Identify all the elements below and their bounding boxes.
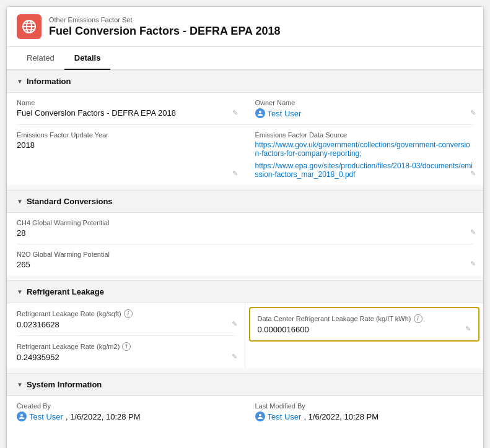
name-field: Name Fuel Conversion Factors - DEFRA EPA…: [7, 93, 245, 124]
update-year-value: 2018: [17, 140, 235, 150]
rate-m2-label: Refrigerant Leakage Rate (kg/m2) i: [17, 342, 235, 351]
rate-sqft-value: 0.02316628: [17, 320, 235, 329]
chevron-icon: ▼: [17, 288, 23, 295]
data-source-label: Emissions Factor Data Source: [255, 131, 474, 139]
created-by-date: , 1/6/2022, 10:28 PM: [66, 412, 141, 421]
name-label: Name: [17, 99, 235, 106]
globe-icon: [22, 19, 37, 34]
chevron-icon: ▼: [17, 381, 23, 388]
data-source-link1[interactable]: https://www.gov.uk/government/collection…: [255, 140, 474, 158]
chevron-icon: ▼: [17, 198, 23, 205]
created-by-link[interactable]: Test User: [29, 412, 63, 421]
page-header: Other Emissions Factor Set Fuel Conversi…: [7, 7, 483, 47]
rate-m2-field: Refrigerant Leakage Rate (kg/m2) i 0.249…: [7, 336, 245, 368]
rate-sqft-label: Refrigerant Leakage Rate (kg/sqft) i: [17, 309, 235, 318]
owner-value: Test User: [255, 108, 474, 118]
refrigerant-fields: Refrigerant Leakage Rate (kg/sqft) i 0.0…: [7, 303, 483, 368]
last-modified-link[interactable]: Test User: [268, 412, 302, 421]
owner-avatar: [255, 108, 265, 118]
ch4-label: CH4 Global Warming Potential: [17, 219, 473, 226]
information-fields: Name Fuel Conversion Factors - DEFRA EPA…: [7, 93, 483, 124]
name-edit-icon[interactable]: ✎: [232, 109, 238, 117]
update-year-field: Emissions Factor Update Year 2018 ✎: [7, 125, 245, 185]
rate-sqft-info-icon[interactable]: i: [124, 309, 133, 318]
created-by-value: Test User, 1/6/2022, 10:28 PM: [17, 411, 235, 421]
last-modified-avatar: [255, 411, 265, 421]
data-center-field: Data Center Refrigerant Leakage Rate (kg…: [249, 307, 480, 342]
header-title: Fuel Conversion Factors - DEFRA EPA 2018: [49, 25, 280, 38]
name-value: Fuel Conversion Factors - DEFRA EPA 2018: [17, 108, 235, 118]
ch4-edit-icon[interactable]: ✎: [470, 228, 476, 236]
last-modified-label: Last Modified By: [255, 402, 474, 410]
rate-m2-value: 0.24935952: [17, 353, 235, 362]
tab-related[interactable]: Related: [17, 47, 64, 70]
owner-edit-icon[interactable]: ✎: [470, 109, 476, 117]
header-text: Other Emissions Factor Set Fuel Conversi…: [49, 16, 280, 38]
system-information-header: ▼ System Information: [7, 373, 483, 396]
information-fields-2: Emissions Factor Update Year 2018 ✎ Emis…: [7, 125, 483, 185]
owner-label: Owner Name: [255, 99, 474, 106]
record-icon: [17, 14, 42, 39]
owner-link[interactable]: Test User: [268, 109, 302, 118]
data-center-info-icon[interactable]: i: [414, 314, 422, 323]
last-modified-field: Last Modified By Test User, 1/6/2022, 10…: [245, 396, 484, 428]
refrigerant-leakage-section: ▼ Refrigerant Leakage Refrigerant Leakag…: [7, 280, 483, 368]
refrigerant-leakage-header: ▼ Refrigerant Leakage: [7, 280, 483, 303]
page-container: Other Emissions Factor Set Fuel Conversi…: [6, 6, 484, 448]
last-modified-value: Test User, 1/6/2022, 10:28 PM: [255, 411, 474, 421]
rate-m2-info-icon[interactable]: i: [122, 342, 131, 351]
standard-conversions-header: ▼ Standard Conversions: [7, 190, 483, 213]
refrigerant-left-col: Refrigerant Leakage Rate (kg/sqft) i 0.0…: [7, 303, 245, 368]
refrigerant-leakage-title: Refrigerant Leakage: [27, 287, 104, 296]
created-by-avatar: [17, 411, 27, 421]
data-source-value: https://www.gov.uk/government/collection…: [255, 140, 474, 179]
chevron-icon: ▼: [17, 78, 23, 85]
n2o-field: N2O Global Warming Potential 265 ✎: [7, 244, 483, 275]
last-modified-date: , 1/6/2022, 10:28 PM: [304, 412, 378, 421]
rate-sqft-edit-icon[interactable]: ✎: [232, 320, 237, 328]
ch4-value: 28: [17, 228, 473, 238]
created-by-field: Created By Test User, 1/6/2022, 10:28 PM: [7, 396, 245, 428]
system-information-fields: Created By Test User, 1/6/2022, 10:28 PM…: [7, 396, 483, 428]
system-information-section: ▼ System Information Created By Test Use…: [7, 373, 483, 428]
standard-conversions-title: Standard Conversions: [27, 197, 113, 206]
ch4-field: CH4 Global Warming Potential 28 ✎: [7, 213, 483, 244]
update-year-edit-icon[interactable]: ✎: [232, 170, 238, 178]
content-area: ▼ Information Name Fuel Conversion Facto…: [7, 70, 483, 428]
data-center-value: 0.0000016600: [258, 325, 471, 334]
n2o-value: 265: [17, 260, 473, 269]
system-information-title: System Information: [27, 380, 102, 389]
n2o-label: N2O Global Warming Potential: [17, 251, 473, 258]
header-subtitle: Other Emissions Factor Set: [49, 16, 280, 24]
data-center-field-wrapper: Data Center Refrigerant Leakage Rate (kg…: [245, 303, 484, 368]
data-center-label: Data Center Refrigerant Leakage Rate (kg…: [258, 314, 471, 323]
rate-m2-edit-icon[interactable]: ✎: [232, 353, 237, 361]
tab-details[interactable]: Details: [64, 47, 111, 70]
rate-sqft-field: Refrigerant Leakage Rate (kg/sqft) i 0.0…: [7, 303, 245, 335]
created-by-label: Created By: [17, 402, 235, 410]
n2o-edit-icon[interactable]: ✎: [470, 260, 476, 268]
information-section-header: ▼ Information: [7, 70, 483, 93]
data-source-field: Emissions Factor Data Source https://www…: [245, 125, 484, 185]
data-source-edit-icon[interactable]: ✎: [470, 170, 476, 178]
standard-conversions-section: ▼ Standard Conversions CH4 Global Warmin…: [7, 190, 483, 275]
update-year-label: Emissions Factor Update Year: [17, 131, 235, 139]
data-source-link2[interactable]: https://www.epa.gov/sites/production/fil…: [255, 162, 474, 179]
information-section-title: Information: [27, 77, 71, 86]
information-section: ▼ Information Name Fuel Conversion Facto…: [7, 70, 483, 185]
data-center-edit-icon[interactable]: ✎: [465, 325, 471, 333]
tab-bar: Related Details: [7, 47, 483, 70]
owner-field: Owner Name Test User ✎: [245, 93, 484, 124]
